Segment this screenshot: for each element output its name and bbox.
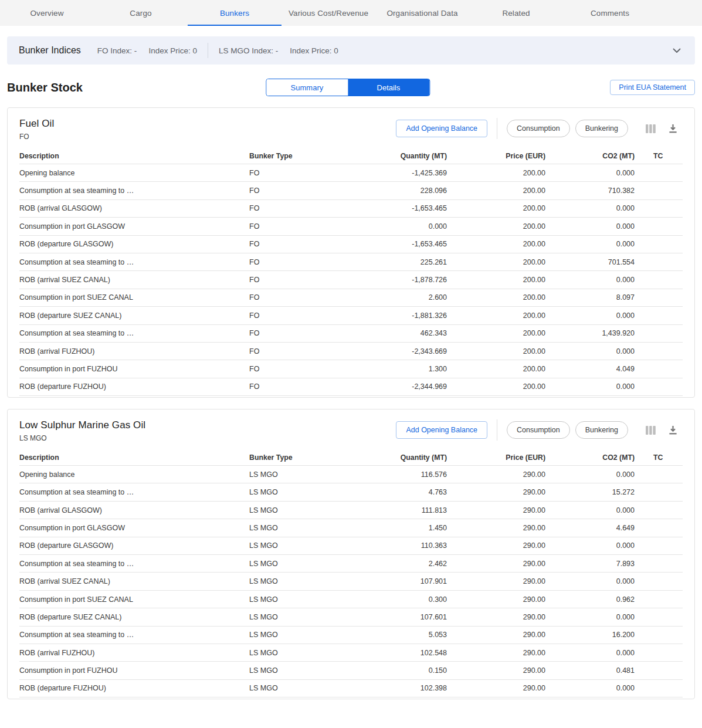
page-title: Bunker Stock — [7, 81, 83, 94]
tab-cargo[interactable]: Cargo — [94, 0, 188, 26]
ls-mgo-index-price-value: Index Price: 0 — [290, 46, 338, 55]
cell-description: Consumption at sea steaming to … — [19, 187, 249, 195]
cell-description: Consumption in port SUEZ CANAL — [19, 293, 249, 302]
table-row[interactable]: ROB (departure FUZHOU) LS MGO 102.398 29… — [19, 680, 683, 697]
table-row[interactable]: ROB (departure SUEZ CANAL) FO -1,881.326… — [19, 307, 683, 324]
columns-icon[interactable] — [644, 424, 657, 436]
table-row[interactable]: ROB (arrival FUZHOU) LS MGO 102.548 290.… — [19, 644, 683, 662]
columns-icon[interactable] — [644, 123, 657, 135]
table-row[interactable]: ROB (arrival SUEZ CANAL) LS MGO 107.901 … — [19, 573, 683, 590]
chevron-down-icon[interactable] — [670, 46, 683, 56]
cell-bunker-type: LS MGO — [249, 560, 340, 568]
ls-mgo-table-header: Description Bunker Type Quantity (MT) Pr… — [19, 449, 683, 466]
cell-quantity: 0.000 — [340, 222, 447, 231]
cell-description: ROB (arrival SUEZ CANAL) — [19, 276, 249, 284]
cell-bunker-type: FO — [249, 187, 340, 195]
col-quantity: Quantity (MT) — [340, 453, 447, 462]
tab-bunkers[interactable]: Bunkers — [188, 0, 282, 26]
cell-price: 290.00 — [447, 631, 545, 639]
cell-quantity: 462.343 — [340, 329, 447, 337]
table-row[interactable]: Consumption in port GLASGOW FO 0.000 200… — [19, 218, 683, 235]
cell-description: Consumption at sea steaming to … — [19, 488, 249, 496]
cell-co2: 0.000 — [545, 649, 635, 657]
details-toggle-button[interactable]: Details — [348, 79, 429, 96]
table-row[interactable]: Opening balance FO -1,425.369 200.00 0.0… — [19, 164, 683, 182]
summary-toggle-button[interactable]: Summary — [266, 79, 348, 96]
actions-divider — [497, 419, 497, 441]
cell-description: ROB (departure SUEZ CANAL) — [19, 311, 249, 320]
cell-bunker-type: LS MGO — [249, 488, 340, 496]
table-row[interactable]: ROB (departure SUEZ CANAL) LS MGO 107.60… — [19, 608, 683, 626]
fuel-oil-card-header: Fuel Oil FO Add Opening Balance Consumpt… — [8, 108, 694, 148]
table-row[interactable]: Consumption at sea steaming to … FO 462.… — [19, 325, 683, 343]
table-row[interactable]: Consumption at sea steaming to … LS MGO … — [19, 627, 683, 644]
cell-bunker-type: FO — [249, 204, 340, 212]
cell-price: 290.00 — [447, 506, 545, 514]
cell-quantity: 228.096 — [340, 187, 447, 195]
table-row[interactable]: ROB (departure GLASGOW) LS MGO 110.363 2… — [19, 537, 683, 555]
cell-description: ROB (departure GLASGOW) — [19, 240, 249, 248]
consumption-button[interactable]: Consumption — [507, 421, 570, 439]
table-row[interactable]: ROB (arrival SUEZ CANAL) FO -1,878.726 2… — [19, 271, 683, 289]
tab-overview[interactable]: Overview — [0, 0, 94, 26]
tab-comments[interactable]: Comments — [563, 0, 657, 26]
cell-co2: 0.000 — [545, 506, 635, 514]
tab-organisational-data[interactable]: Organisational Data — [375, 0, 469, 26]
indices-divider — [208, 43, 208, 58]
col-price: Price (EUR) — [447, 152, 545, 160]
bunker-indices-title: Bunker Indices — [19, 45, 81, 56]
cell-description: ROB (arrival FUZHOU) — [19, 649, 249, 657]
table-row[interactable]: ROB (arrival FUZHOU) FO -2,343.669 200.0… — [19, 343, 683, 360]
cell-bunker-type: LS MGO — [249, 506, 340, 514]
cell-quantity: 111.813 — [340, 506, 447, 514]
cell-quantity: 5.053 — [340, 631, 447, 639]
print-eua-statement-button[interactable]: Print EUA Statement — [610, 80, 695, 95]
cell-quantity: 2.600 — [340, 293, 447, 302]
tab-various-cost-revenue[interactable]: Various Cost/Revenue — [282, 0, 375, 26]
cell-quantity: -1,878.726 — [340, 276, 447, 284]
cell-price: 290.00 — [447, 613, 545, 621]
table-row[interactable]: Consumption in port FUZHOU LS MGO 0.150 … — [19, 662, 683, 679]
cell-quantity: 110.363 — [340, 541, 447, 550]
cell-description: ROB (departure GLASGOW) — [19, 541, 249, 550]
tab-related[interactable]: Related — [469, 0, 563, 26]
fuel-oil-card: Fuel Oil FO Add Opening Balance Consumpt… — [7, 107, 695, 398]
bunker-indices-bar[interactable]: Bunker Indices FO Index: - Index Price: … — [7, 36, 695, 65]
cell-price: 200.00 — [447, 382, 545, 391]
consumption-button[interactable]: Consumption — [507, 120, 570, 137]
download-icon[interactable] — [667, 424, 679, 436]
actions-divider — [497, 118, 497, 139]
table-row[interactable]: ROB (departure FUZHOU) FO -2,344.969 200… — [19, 378, 683, 396]
cell-quantity: 107.601 — [340, 613, 447, 621]
cell-bunker-type: LS MGO — [249, 577, 340, 585]
col-tc: TC — [635, 453, 683, 462]
table-row[interactable]: ROB (arrival GLASGOW) LS MGO 111.813 290… — [19, 502, 683, 519]
cell-co2: 0.000 — [545, 204, 635, 212]
table-row[interactable]: Consumption at sea steaming to … FO 225.… — [19, 253, 683, 271]
cell-bunker-type: FO — [249, 276, 340, 284]
table-row[interactable]: Consumption at sea steaming to … LS MGO … — [19, 555, 683, 573]
table-row[interactable]: Consumption in port GLASGOW LS MGO 1.450… — [19, 519, 683, 537]
cell-co2: 4.049 — [545, 365, 635, 373]
table-row[interactable]: Consumption at sea steaming to … FO 228.… — [19, 182, 683, 199]
table-row[interactable]: Consumption in port FUZHOU FO 1.300 200.… — [19, 360, 683, 378]
table-row[interactable]: Consumption in port SUEZ CANAL LS MGO 0.… — [19, 591, 683, 608]
cell-co2: 0.000 — [545, 311, 635, 320]
add-opening-balance-button[interactable]: Add Opening Balance — [396, 421, 487, 439]
col-quantity: Quantity (MT) — [340, 152, 447, 160]
bunkering-button[interactable]: Bunkering — [575, 421, 628, 439]
cell-description: ROB (departure FUZHOU) — [19, 684, 249, 692]
table-row[interactable]: Consumption at sea steaming to … LS MGO … — [19, 483, 683, 501]
table-row[interactable]: ROB (departure GLASGOW) FO -1,653.465 20… — [19, 236, 683, 253]
table-row[interactable]: Consumption in port SUEZ CANAL FO 2.600 … — [19, 289, 683, 307]
table-row[interactable]: ROB (arrival GLASGOW) FO -1,653.465 200.… — [19, 200, 683, 218]
cell-co2: 0.000 — [545, 613, 635, 621]
cell-co2: 0.481 — [545, 666, 635, 675]
add-opening-balance-button[interactable]: Add Opening Balance — [396, 120, 487, 137]
cell-quantity: 1.450 — [340, 524, 447, 532]
cell-bunker-type: LS MGO — [249, 631, 340, 639]
bunkering-button[interactable]: Bunkering — [575, 120, 628, 137]
fo-index-price-value: Index Price: 0 — [148, 46, 197, 55]
download-icon[interactable] — [667, 123, 679, 135]
table-row[interactable]: Opening balance LS MGO 116.576 290.00 0.… — [19, 466, 683, 483]
